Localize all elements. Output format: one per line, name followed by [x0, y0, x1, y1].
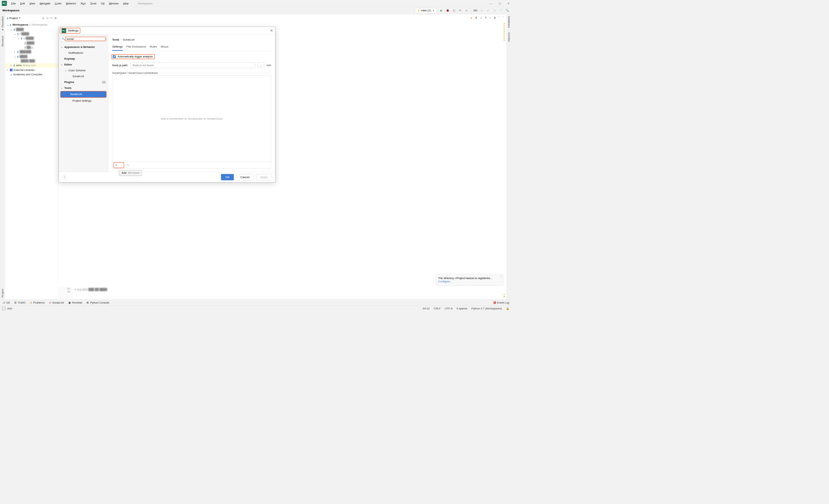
project-panel: ▮ Project ▼ ⊕ ⇲ ⇱ ✿ ⌄▮WorkspacesC:\Works… [5, 14, 59, 299]
error-stripe[interactable] [503, 23, 506, 297]
status-bar: Add 64:12 CRLF UTF-8 4 spaces Python 3.7… [0, 305, 511, 311]
menu-file[interactable]: File [9, 2, 18, 5]
settings-tree-item[interactable]: vColor Scheme [59, 67, 108, 73]
menu-git[interactable]: Git [99, 2, 107, 5]
settings-tree-item[interactable]: vSonarLint [61, 91, 106, 97]
collapse-icon[interactable]: ⇱ [50, 16, 53, 20]
tab-about[interactable]: About [161, 44, 168, 51]
settings-dialog: PC Settings ✕ 🔍 ✕ vAppearance & Behavior… [59, 27, 275, 183]
settings-search[interactable]: 🔍 ✕ [60, 36, 106, 42]
node-path-input[interactable] [130, 62, 255, 68]
expand-icon[interactable]: ⇲ [46, 16, 48, 20]
caret-position[interactable]: 64:12 [423, 307, 430, 310]
notification-configure-link[interactable]: Configure... [438, 280, 501, 283]
debug-icon[interactable]: 🐞 [446, 8, 450, 12]
git-label: Git: [473, 9, 478, 12]
run-icon[interactable]: ▶ [439, 8, 443, 12]
tab-git[interactable]: ⎇Git [2, 301, 10, 304]
tab-terminal[interactable]: ▣Terminal [68, 301, 82, 304]
ok-button[interactable]: OK [221, 174, 234, 180]
tool-structure[interactable]: Structure [1, 36, 4, 47]
tab-event-log[interactable]: 1Event Log [494, 301, 509, 304]
menu-refactor[interactable]: Refactor [64, 2, 78, 5]
tool-database[interactable]: Database [507, 16, 511, 28]
settings-icon[interactable]: ✿ [55, 16, 57, 20]
chevron-down-icon[interactable]: ˅ [502, 16, 504, 19]
git-history-icon[interactable]: ◷ [492, 8, 496, 12]
tool-favorites[interactable]: ★ Favorites [1, 16, 4, 31]
lock-icon[interactable]: 🔒 [506, 307, 509, 310]
menu-code[interactable]: Code [53, 2, 64, 5]
settings-tree-item[interactable]: Project Settings▫ [59, 98, 108, 104]
tab-rules[interactable]: Rules [150, 44, 157, 51]
add-connection-button[interactable]: ＋ [114, 163, 119, 168]
chevron-down-icon[interactable]: ˅ [500, 276, 502, 279]
cancel-button[interactable]: Cancel [236, 174, 254, 180]
breadcrumb-root[interactable]: Workspaces [2, 9, 19, 12]
edit-connection-button[interactable]: ✎ [125, 163, 131, 168]
window-close[interactable]: ✕ [507, 2, 510, 5]
profile-icon[interactable]: ⟳ [458, 8, 462, 12]
settings-tree-item[interactable]: SonarLint [59, 74, 108, 79]
coverage-icon[interactable]: ◱ [452, 8, 456, 12]
git-commit-icon[interactable]: ✓ [486, 8, 490, 12]
notification-balloon[interactable]: ˅ The directory <Project>\autoui is regi… [436, 274, 503, 286]
indent-widget[interactable]: 4 spaces [457, 307, 468, 310]
stop-icon[interactable]: ■ [465, 8, 469, 12]
settings-tree-item[interactable]: vTools [59, 85, 108, 91]
add-tooltip: AddAlt+Insert [119, 170, 142, 176]
search-everywhere-icon[interactable]: 🔍 [505, 8, 509, 12]
chevron-up-icon[interactable]: ˄ [498, 16, 500, 19]
menu-view[interactable]: View [27, 2, 37, 5]
settings-tree-item[interactable]: vEditor [59, 61, 108, 67]
clear-icon[interactable]: ✕ [105, 37, 107, 41]
auto-trigger-input[interactable] [113, 55, 116, 59]
window-maximize[interactable]: ▢ [499, 2, 501, 5]
menu-navigate[interactable]: Navigate [37, 2, 53, 5]
project-panel-title[interactable]: Project [9, 16, 18, 20]
tool-windows-toggle[interactable] [2, 307, 5, 310]
run-config-selector[interactable]: ◉ main (1) ▼ [415, 8, 437, 13]
node-na-label: N/A [267, 64, 271, 67]
apply-button[interactable]: Apply [256, 174, 272, 180]
tab-settings[interactable]: Settings [112, 44, 123, 51]
tab-problems[interactable]: ⊘Problems [30, 301, 45, 304]
project-tree[interactable]: ⌄▮WorkspacesC:\Workspaces ⌄▮████ ⌄▮P████… [5, 22, 59, 78]
locate-icon[interactable]: ⊕ [42, 16, 44, 20]
menu-edit[interactable]: Edit [18, 2, 27, 5]
interpreter-widget[interactable]: Python 3.7 (Workspaces) [472, 307, 502, 310]
tab-file-exclusions[interactable]: File Exclusions [127, 44, 146, 51]
tab-todo[interactable]: ☰TODO [14, 301, 26, 304]
search-icon: 🔍 [62, 37, 65, 41]
file-encoding[interactable]: UTF-8 [445, 307, 453, 310]
close-icon[interactable]: ✕ [270, 29, 273, 33]
settings-tree-item[interactable]: vAppearance & Behavior [59, 44, 108, 50]
auto-trigger-checkbox[interactable]: Automatically trigger analysis [113, 55, 153, 59]
tab-python-console[interactable]: ⌘Python Console [86, 301, 109, 304]
folder-icon: ▮ [7, 16, 8, 20]
tab-sonarlint[interactable]: ⊖SonarLint [49, 301, 64, 304]
settings-tree-item[interactable]: Plugins1 [59, 79, 108, 85]
settings-tree[interactable]: vAppearance & BehaviorNotificationsKeyma… [59, 43, 108, 172]
menu-help[interactable]: Help [121, 2, 131, 5]
settings-tree-item[interactable]: Notifications [59, 50, 108, 56]
connections-section-label: SonarQube / SonarCloud connections [112, 71, 158, 75]
help-button[interactable]: ? [62, 175, 67, 179]
editor-gutter: 9596 [59, 287, 72, 299]
remove-connection-button[interactable]: − [119, 163, 124, 168]
inspection-widget[interactable]: ▲5 ▲7 ✓6 ˄ ˅ [470, 16, 504, 19]
tool-sciview[interactable]: SciView [507, 32, 511, 42]
chevron-down-icon[interactable]: ▼ [19, 17, 21, 19]
chevron-down-icon: ▼ [432, 9, 435, 12]
git-update-icon[interactable]: ✓ [480, 8, 484, 12]
menu-run[interactable]: Run [78, 2, 88, 5]
tool-project[interactable]: Project [1, 289, 4, 297]
git-rollback-icon[interactable]: ↶ [499, 8, 503, 12]
line-separator[interactable]: CRLF [434, 307, 440, 310]
settings-search-input[interactable] [67, 37, 105, 40]
settings-tree-item[interactable]: Keymap [59, 56, 108, 61]
browse-button[interactable]: ... [258, 62, 265, 68]
menu-tools[interactable]: Tools [88, 2, 99, 5]
menu-window[interactable]: Window [107, 2, 121, 5]
window-minimize[interactable]: — [489, 2, 492, 5]
